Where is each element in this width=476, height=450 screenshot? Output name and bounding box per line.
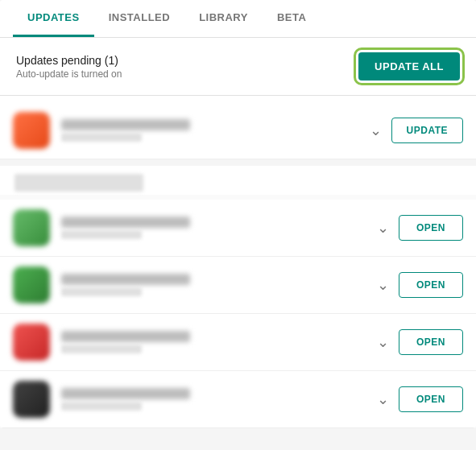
uber-info [61, 388, 367, 411]
markaz-info [61, 331, 367, 353]
tab-updates[interactable]: UPDATES [13, 0, 94, 37]
recent-app-row-whatsapp: ⌄ OPEN [0, 200, 476, 257]
whatsapp-info [61, 217, 367, 239]
pending-title: Updates pending (1) [16, 54, 122, 67]
auto-update-subtitle: Auto-update is turned on [16, 68, 122, 80]
tab-installed[interactable]: INSTALLED [94, 0, 184, 37]
recent-app-row-careem: ⌄ OPEN [0, 257, 476, 314]
chevron-down-icon[interactable]: ⌄ [377, 390, 389, 408]
careem-icon [13, 266, 50, 303]
markaz-icon [13, 324, 50, 361]
uber-meta [61, 402, 142, 411]
chevron-down-icon[interactable]: ⌄ [377, 333, 389, 351]
pending-app-meta [61, 133, 142, 142]
recent-app-row-uber: ⌄ OPEN [0, 371, 476, 428]
tab-bar: UPDATES INSTALLED LIBRARY BETA [0, 0, 476, 38]
chevron-down-icon[interactable]: ⌄ [370, 122, 382, 139]
careem-name [61, 274, 190, 285]
recent-app-row-markaz: ⌄ OPEN [0, 314, 476, 371]
uber-open-button[interactable]: OPEN [399, 386, 463, 412]
whatsapp-name [61, 217, 190, 228]
markaz-meta [61, 345, 142, 353]
pending-app-info [61, 119, 360, 142]
whatsapp-open-button[interactable]: OPEN [399, 215, 463, 241]
whatsapp-icon [13, 209, 50, 246]
pending-app-icon [13, 112, 50, 149]
chevron-down-icon[interactable]: ⌄ [377, 219, 389, 237]
whatsapp-meta [61, 230, 142, 239]
update-button[interactable]: UPDATE [391, 118, 463, 143]
pending-app-row: ⌄ UPDATE [0, 102, 476, 159]
uber-name [61, 388, 190, 399]
careem-meta [61, 287, 142, 296]
scroll-area[interactable]: Updates pending (1) Auto-update is turne… [0, 38, 476, 428]
pending-app-name [61, 119, 190, 130]
update-all-button[interactable]: UPDATE ALL [358, 52, 460, 81]
chevron-down-icon[interactable]: ⌄ [377, 276, 389, 294]
update-banner: Updates pending (1) Auto-update is turne… [0, 38, 476, 96]
app-container: UPDATES INSTALLED LIBRARY BETA Updates p… [0, 0, 476, 428]
recently-updated-header [14, 174, 143, 192]
update-banner-text: Updates pending (1) Auto-update is turne… [16, 54, 122, 80]
tab-library[interactable]: LIBRARY [184, 0, 263, 37]
markaz-name [61, 331, 190, 342]
careem-open-button[interactable]: OPEN [399, 272, 463, 298]
tab-beta[interactable]: BETA [263, 0, 321, 37]
uber-icon [13, 381, 50, 418]
careem-info [61, 274, 367, 296]
divider-1 [0, 159, 476, 166]
markaz-open-button[interactable]: OPEN [399, 329, 463, 355]
